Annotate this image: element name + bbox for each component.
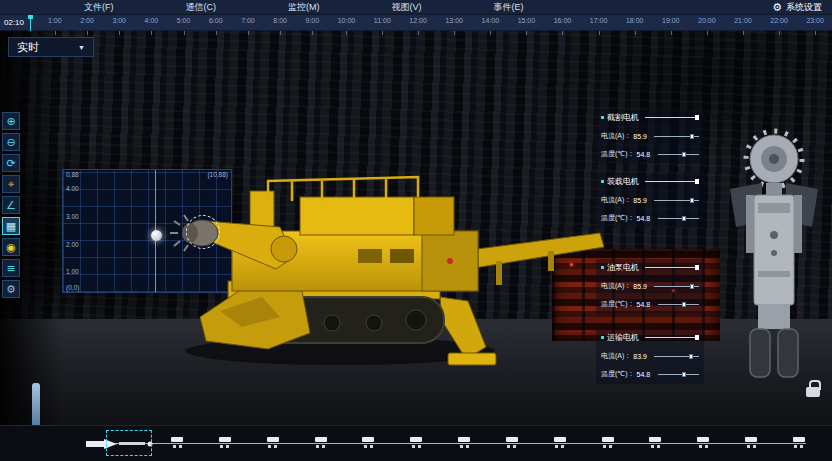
rear-stabilizer-leg [440, 297, 496, 365]
timeline-tick: 21:00 [734, 16, 752, 30]
motor-reading-row: 温度(℃)：54.8 [601, 149, 699, 159]
conveyor-segment [601, 437, 615, 448]
camera-button[interactable]: ◉ [2, 238, 20, 256]
measure-button[interactable]: ∠ [2, 196, 20, 214]
reading-slider[interactable] [654, 136, 699, 137]
timeline-tick-row: 1:002:003:004:005:006:007:008:009:0010:0… [48, 16, 824, 30]
conveyor-segment [792, 437, 806, 448]
menu-bar: 文件(F)通信(C)监控(M)视图(V)事件(E) ⚙ 系统设置 [0, 0, 832, 15]
measure-icon: ∠ [6, 200, 16, 211]
schematic-body [746, 195, 802, 305]
motor-reading-row: 电流(A)：85.9 [601, 131, 699, 141]
mode-selector-dropdown[interactable]: 实时 ▼ [8, 37, 94, 57]
reset-view-icon: ⟳ [6, 158, 15, 169]
slider-handle[interactable] [695, 265, 699, 270]
machine-front-schematic [722, 115, 826, 387]
motor-panel-2: 装载电机电流(A)：85.9温度(℃)：54.8 [596, 173, 704, 228]
timeline-tick: 10:00 [338, 16, 356, 30]
slider-handle[interactable] [682, 372, 686, 377]
panel-header-slider[interactable] [645, 267, 699, 268]
conveyor-segment [505, 437, 519, 448]
reading-value: 85.9 [633, 197, 650, 204]
machine-chain-strip[interactable] [0, 425, 832, 461]
timeline-tick: 13:00 [445, 16, 463, 30]
chevron-down-icon: ▼ [78, 44, 85, 51]
viewport-3d[interactable]: 0,88 (10,88) (0,0) 4.003.002.001.00 [0, 31, 832, 425]
reading-value: 54.8 [637, 371, 654, 378]
motor-reading-row: 温度(℃)：54.8 [601, 213, 699, 223]
slider-handle[interactable] [682, 152, 686, 157]
timeline-current-time: 02:10 [4, 18, 24, 27]
grid-view-button[interactable]: ▦ [2, 217, 20, 235]
reading-slider[interactable] [658, 218, 699, 219]
reading-value: 54.8 [637, 301, 654, 308]
zoom-in-button[interactable]: ⊕ [2, 112, 20, 130]
timeline-tick: 12:00 [409, 16, 427, 30]
panel-header-slider[interactable] [645, 117, 699, 118]
panel-header-slider[interactable] [645, 181, 699, 182]
conveyor-segment [218, 437, 232, 448]
timeline-playhead[interactable] [30, 15, 31, 31]
timeline-tick: 20:00 [698, 16, 716, 30]
conveyor-segment [170, 437, 184, 448]
schematic-tracks [750, 329, 798, 377]
menu-item-monitor[interactable]: 监控(M) [288, 1, 320, 14]
timeline-tick: 19:00 [662, 16, 680, 30]
slider-handle[interactable] [682, 216, 686, 221]
reading-slider[interactable] [658, 154, 699, 155]
axis-gizmo [20, 383, 66, 425]
motor-reading-row: 温度(℃)：54.8 [601, 369, 699, 379]
reset-view-button[interactable]: ⟳ [2, 154, 20, 172]
layers-icon: ≡ [6, 263, 15, 274]
menu-item-comm[interactable]: 通信(C) [186, 1, 217, 14]
reading-value: 85.9 [633, 283, 650, 290]
reading-slider[interactable] [658, 374, 699, 375]
motor-reading-row: 电流(A)：85.9 [601, 281, 699, 291]
slider-handle[interactable] [690, 134, 694, 139]
slider-handle[interactable] [690, 198, 694, 203]
zoom-out-button[interactable]: ⊖ [2, 133, 20, 151]
y-axis-handle[interactable] [32, 383, 40, 425]
menu-item-event[interactable]: 事件(E) [494, 1, 524, 14]
reading-value: 85.9 [633, 133, 650, 140]
reading-slider[interactable] [654, 286, 699, 287]
reading-label: 电流(A)： [601, 131, 631, 141]
locate-button[interactable]: ⌖ [2, 175, 20, 193]
timeline-tick: 17:00 [590, 16, 608, 30]
slider-handle[interactable] [695, 115, 699, 120]
timeline-tick: 5:00 [177, 16, 191, 30]
slider-handle[interactable] [695, 335, 699, 340]
timeline-ruler[interactable]: 02:10 1:002:003:004:005:006:007:008:009:… [0, 15, 832, 31]
reading-label: 电流(A)： [601, 195, 631, 205]
roadheader-machine-3d [150, 171, 620, 386]
menu-item-file[interactable]: 文件(F) [84, 1, 114, 14]
upper-structure [250, 177, 454, 235]
timeline-tick: 2:00 [80, 16, 94, 30]
motor-panel-3: 油泵电机电流(A)：85.9温度(℃)：54.8 [596, 259, 704, 314]
tool-settings-button[interactable]: ⚙ [2, 280, 20, 298]
slider-handle[interactable] [689, 354, 693, 359]
loading-apron [200, 285, 310, 349]
panel-header-slider[interactable] [645, 337, 699, 338]
grid-view-icon: ▦ [6, 221, 16, 232]
menu-item-view[interactable]: 视图(V) [392, 1, 422, 14]
grid-axis-label: 0,88 [66, 171, 79, 178]
chain-selection-box[interactable] [106, 430, 152, 456]
layers-button[interactable]: ≡ [2, 259, 20, 277]
reading-label: 温度(℃)： [601, 149, 635, 159]
reading-value: 54.8 [637, 215, 654, 222]
lock-icon[interactable] [806, 387, 820, 397]
grid-axis-label: (0,0) [66, 284, 79, 291]
reading-slider[interactable] [654, 200, 699, 201]
slider-handle[interactable] [695, 179, 699, 184]
timeline-tick: 15:00 [518, 16, 536, 30]
reading-slider[interactable] [658, 304, 699, 305]
system-settings-button[interactable]: ⚙ 系统设置 [772, 1, 822, 14]
motor-panel-1: 截割电机电流(A)：85.9温度(℃)：54.8 [596, 109, 704, 164]
reading-slider[interactable] [654, 356, 699, 357]
slider-handle[interactable] [690, 284, 694, 289]
reading-label: 温度(℃)： [601, 299, 635, 309]
conveyor-segment [648, 437, 662, 448]
slider-handle[interactable] [682, 302, 686, 307]
lower-frame [758, 305, 790, 329]
